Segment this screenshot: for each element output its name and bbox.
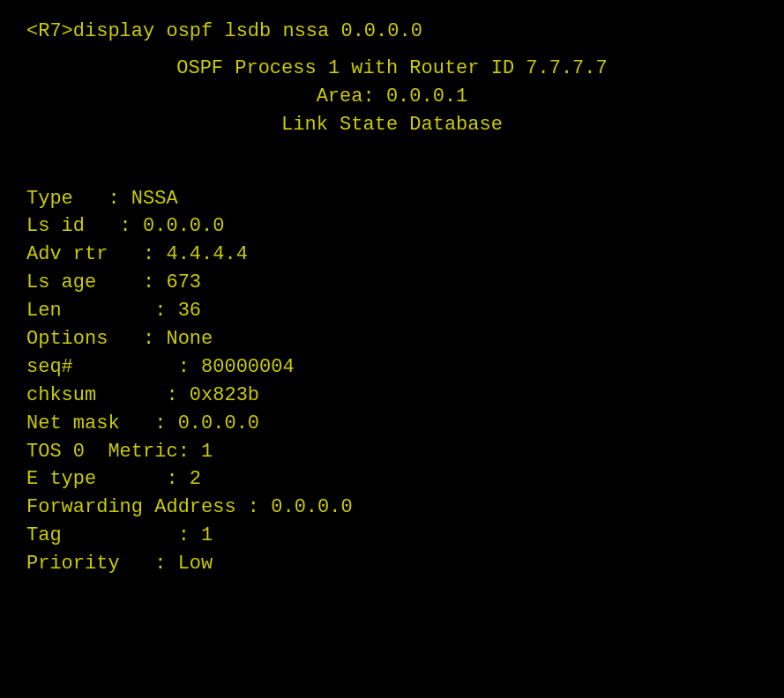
header-line-1: OSPF Process 1 with Router ID 7.7.7.7 bbox=[26, 55, 758, 83]
data-row: Options : None bbox=[26, 325, 758, 353]
data-row: Tag : 1 bbox=[26, 522, 758, 550]
data-row: Priority : Low bbox=[26, 550, 758, 578]
data-row: Adv rtr : 4.4.4.4 bbox=[26, 241, 758, 269]
command-line: <R7>display ospf lsdb nssa 0.0.0.0 bbox=[26, 18, 758, 46]
data-row: Len : 36 bbox=[26, 297, 758, 325]
data-row: Type : NSSA bbox=[26, 185, 758, 213]
data-row: TOS 0 Metric: 1 bbox=[26, 438, 758, 466]
data-row: E type : 2 bbox=[26, 465, 758, 494]
data-row: Net mask : 0.0.0.0 bbox=[26, 410, 758, 438]
data-section: Type : NSSALs id : 0.0.0.0Adv rtr : 4.4.… bbox=[26, 166, 758, 578]
terminal-window: <R7>display ospf lsdb nssa 0.0.0.0 OSPF … bbox=[26, 18, 758, 578]
data-row: Ls age : 673 bbox=[26, 269, 758, 297]
data-row: Ls id : 0.0.0.0 bbox=[26, 212, 758, 241]
data-row: Forwarding Address : 0.0.0.0 bbox=[26, 494, 758, 522]
data-row: seq# : 80000004 bbox=[26, 353, 758, 382]
header-line-3: Link State Database bbox=[26, 111, 758, 139]
header-section: OSPF Process 1 with Router ID 7.7.7.7 Ar… bbox=[26, 55, 758, 139]
header-line-2: Area: 0.0.0.1 bbox=[26, 83, 758, 111]
data-row: chksum : 0x823b bbox=[26, 382, 758, 410]
command-text: <R7>display ospf lsdb nssa 0.0.0.0 bbox=[26, 20, 422, 42]
